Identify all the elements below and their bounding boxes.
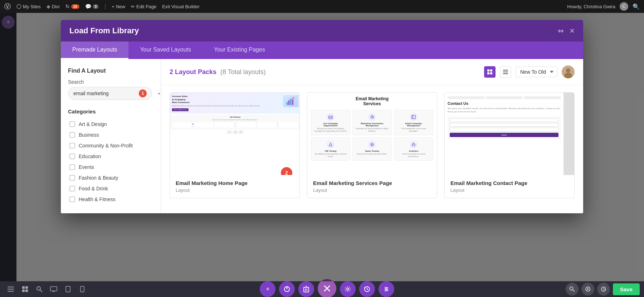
- category-education[interactable]: Education: [68, 151, 153, 162]
- updates-menu[interactable]: ↻ 10: [65, 4, 79, 9]
- help-button[interactable]: ?: [597, 283, 610, 296]
- edit-page-link[interactable]: ✏ Edit Page: [131, 4, 156, 9]
- divi-menu[interactable]: ◆ Divi: [47, 4, 60, 9]
- settings-button[interactable]: [340, 281, 356, 297]
- user-filter-avatar[interactable]: [562, 65, 575, 78]
- layout-card-contact[interactable]: Contact Us We advise you. Qualified resu…: [444, 92, 575, 198]
- card-info-services: Email Marketing Services Page Layout: [307, 175, 437, 198]
- comments-badge: 0: [93, 4, 99, 9]
- mobile-button[interactable]: [76, 283, 89, 296]
- category-label: Education: [79, 154, 101, 159]
- svg-rect-13: [290, 98, 292, 105]
- svg-point-10: [564, 73, 572, 78]
- category-checkbox[interactable]: [69, 196, 75, 202]
- category-health-fitness[interactable]: Health & Fitness: [68, 194, 153, 205]
- category-checkbox[interactable]: [69, 154, 75, 159]
- add-content-button[interactable]: +: [260, 281, 275, 297]
- svg-point-57: [570, 287, 573, 290]
- layout-card-home[interactable]: Increase Salesby EngagingMore Customers …: [170, 92, 300, 198]
- category-checkbox[interactable]: [69, 164, 75, 170]
- card-preview-services: Email MarketingServices List CampaignSeg…: [307, 93, 437, 175]
- filter-button[interactable]: + Filter: [155, 89, 161, 98]
- svg-rect-20: [412, 115, 415, 119]
- categories-list: Art & Design Business Community & Non-Pr…: [68, 119, 153, 205]
- search-label: Search: [68, 79, 153, 85]
- svg-rect-4: [490, 72, 492, 74]
- category-food-drink[interactable]: Food & Drink: [68, 183, 153, 194]
- search-tool-button[interactable]: [33, 283, 46, 296]
- svg-rect-18: [329, 116, 332, 119]
- power-button[interactable]: [279, 281, 295, 297]
- search-icon[interactable]: 🔍: [633, 3, 640, 10]
- category-art-design[interactable]: Art & Design: [68, 119, 153, 130]
- svg-rect-12: [288, 100, 290, 105]
- library-modal: Load From Library ⇔ × Premade Layouts Yo…: [61, 20, 583, 213]
- svg-rect-29: [22, 289, 25, 292]
- close-builder-button[interactable]: [318, 279, 336, 297]
- search-right-button[interactable]: [566, 283, 579, 296]
- category-fashion-beauty[interactable]: Fashion & Beauty: [68, 172, 153, 183]
- category-events[interactable]: Events: [68, 162, 153, 172]
- category-label: Events: [79, 164, 94, 170]
- category-checkbox[interactable]: [69, 132, 75, 138]
- category-label: Community & Non-Profit: [79, 143, 133, 148]
- grid-button[interactable]: [19, 283, 31, 296]
- layout-card-services[interactable]: Email MarketingServices List CampaignSeg…: [307, 92, 437, 198]
- svg-rect-24: [8, 287, 14, 287]
- wp-logo[interactable]: Ⓥ: [4, 2, 11, 11]
- grid-view-button[interactable]: [484, 66, 496, 78]
- layout-settings-button[interactable]: [379, 281, 394, 297]
- category-business[interactable]: Business: [68, 130, 153, 140]
- svg-text:?: ?: [603, 288, 605, 291]
- my-sites-menu[interactable]: My Sites: [16, 4, 41, 9]
- customize-button[interactable]: [581, 283, 594, 296]
- layout-sidebar: Find A Layout Search 1 + Filter Categori…: [61, 59, 161, 213]
- tablet-button[interactable]: [62, 283, 74, 296]
- search-container: 1 + Filter: [68, 87, 153, 100]
- category-checkbox[interactable]: [69, 143, 75, 148]
- svg-point-49: [347, 288, 349, 290]
- display-button[interactable]: [47, 283, 60, 296]
- svg-rect-1: [487, 69, 489, 72]
- category-checkbox[interactable]: [69, 175, 75, 181]
- svg-rect-33: [50, 287, 57, 291]
- menu-button[interactable]: [4, 283, 17, 296]
- close-modal-button[interactable]: ×: [570, 26, 575, 36]
- svg-rect-6: [503, 72, 508, 72]
- tab-existing-pages[interactable]: Your Existing Pages: [203, 42, 277, 59]
- comments-menu[interactable]: 💬 0: [85, 4, 99, 9]
- category-label: Fashion & Beauty: [79, 175, 118, 181]
- svg-rect-23: [412, 144, 415, 146]
- category-checkbox[interactable]: [69, 121, 75, 127]
- search-input-wrapper: 1: [68, 87, 152, 100]
- updates-badge: 10: [71, 4, 79, 9]
- user-avatar[interactable]: C: [620, 2, 628, 11]
- svg-point-9: [566, 68, 570, 73]
- category-checkbox[interactable]: [69, 186, 75, 191]
- card-type: Layout: [313, 188, 431, 193]
- svg-point-39: [82, 291, 83, 292]
- category-community[interactable]: Community & Non-Profit: [68, 140, 153, 151]
- modal-body: Find A Layout Search 1 + Filter Categori…: [61, 59, 583, 213]
- exit-builder-link[interactable]: Exit Visual Builder: [162, 4, 200, 9]
- layout-count: 2 Layout Packs (8 Total layouts): [170, 68, 266, 76]
- delete-button[interactable]: [298, 281, 314, 297]
- card-type: Layout: [450, 188, 569, 193]
- new-menu[interactable]: + New: [112, 4, 125, 9]
- admin-bar-right: Howdy, Christina Gwira C 🔍: [567, 2, 640, 11]
- adjust-modal-button[interactable]: ⇔: [558, 26, 564, 35]
- save-button[interactable]: Save: [613, 283, 640, 295]
- search-input[interactable]: [73, 91, 136, 96]
- svg-rect-42: [304, 287, 309, 292]
- tab-premade-layouts[interactable]: Premade Layouts: [61, 42, 128, 59]
- category-label: Business: [79, 132, 99, 138]
- svg-line-58: [573, 290, 575, 292]
- svg-point-31: [37, 287, 40, 290]
- svg-rect-11: [287, 102, 288, 105]
- bottom-center-tools: +: [93, 281, 561, 297]
- list-view-button[interactable]: [500, 66, 511, 78]
- tab-saved-layouts[interactable]: Your Saved Layouts: [128, 42, 203, 59]
- card-type: Layout: [176, 188, 294, 193]
- history-button[interactable]: [359, 281, 375, 297]
- sort-select[interactable]: New To Old Old To New A to Z Z to A: [516, 67, 557, 77]
